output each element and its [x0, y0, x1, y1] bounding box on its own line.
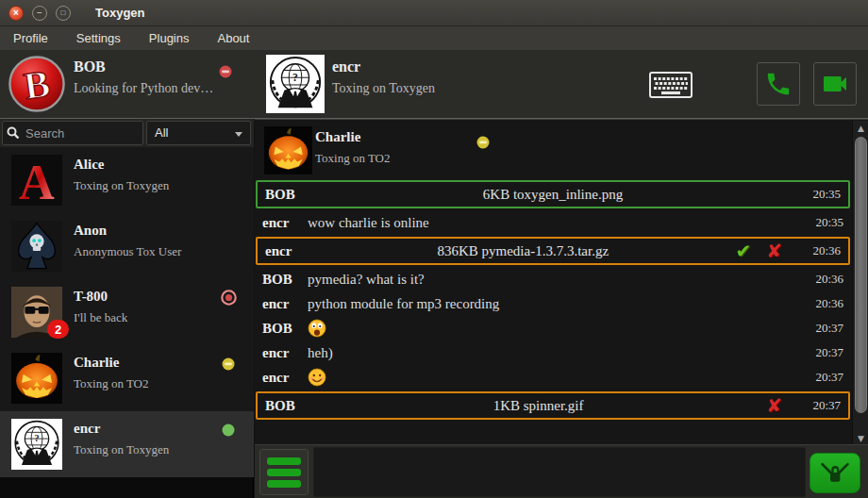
contact-item-charlie[interactable]: Charlie Toxing on TO2	[0, 345, 254, 411]
self-avatar[interactable]: B	[8, 55, 66, 113]
accept-file-icon[interactable]: ✔	[735, 241, 751, 260]
svg-text:?: ?	[34, 433, 39, 443]
attachments-menu-button[interactable]	[259, 449, 309, 495]
message-row: encr python module for mp3 recording 20:…	[255, 291, 851, 316]
contact-status-message: Toxing on TO2	[74, 376, 149, 391]
message-time: 20:37	[798, 345, 851, 360]
chat-peer-item[interactable]: Charlie Toxing on TO2	[257, 124, 849, 178]
keyboard-icon	[648, 71, 693, 99]
menu-about[interactable]: About	[208, 28, 259, 48]
contact-item-t800[interactable]: T-800 I'll be back 2	[0, 279, 254, 345]
message-time: 20:36	[798, 296, 851, 311]
message-text: pymedia? what is it?	[308, 272, 798, 288]
peer-avatar: ?	[266, 55, 325, 113]
menu-settings[interactable]: Settings	[67, 28, 130, 48]
file-transfer-row: encr 836KB pymedia-1.3.7.3.tar.gz ✔ ✘ 20…	[256, 237, 850, 265]
search-icon	[7, 126, 20, 140]
file-transfer-row: BOB 6KB toxygen_inline.png 20:35	[256, 180, 850, 208]
contact-status-message: Toxing on Toxygen	[74, 178, 169, 193]
cancel-file-icon[interactable]: ✘	[766, 396, 782, 415]
message-sender: encr	[258, 243, 310, 259]
sidebar: All A Alice Toxing on Toxygen	[0, 119, 254, 498]
svg-text:A: A	[19, 155, 55, 206]
video-call-button[interactable]	[813, 62, 857, 106]
alice-avatar: A	[11, 155, 62, 206]
status-busy-icon	[219, 65, 232, 78]
peer-name: encr	[332, 58, 360, 75]
message-sender: BOB	[255, 321, 308, 337]
message-row: BOB pymedia? what is it? 20:36	[255, 267, 851, 291]
message-sender: encr	[255, 370, 308, 386]
message-sender: encr	[255, 345, 308, 361]
status-online-icon	[222, 423, 235, 437]
chat-peer-status-message: Toxing on TO2	[315, 151, 391, 166]
composer-bar	[255, 444, 868, 498]
chevron-down-icon	[235, 132, 242, 137]
close-icon[interactable]: ×	[8, 6, 24, 21]
message-sender: BOB	[258, 398, 310, 414]
status-away-icon	[222, 357, 235, 371]
scroll-down-icon[interactable]: ▼	[853, 431, 868, 445]
maximize-icon[interactable]: □	[56, 6, 71, 21]
message-time: 20:37	[798, 321, 851, 336]
menu-plugins[interactable]: Plugins	[140, 28, 199, 48]
send-encrypted-icon	[818, 460, 852, 487]
peer-status-message: Toxing on Toxygen	[332, 81, 435, 96]
file-transfer-label: 6KB toxygen_inline.png	[310, 187, 795, 203]
contact-status-message: Toxing on Toxygen	[74, 442, 169, 457]
contact-name: Alice	[74, 157, 104, 173]
header: B BOB Looking for Python dev… ?	[0, 50, 868, 119]
shocked-face-emoji	[308, 319, 326, 338]
message-row: encr 20:37	[255, 365, 851, 390]
message-time: 20:37	[798, 370, 851, 385]
send-button[interactable]	[810, 453, 860, 493]
message-text: wow charlie is online	[308, 215, 798, 231]
message-time: 20:35	[795, 187, 848, 202]
decline-file-icon[interactable]: ✘	[766, 241, 782, 260]
message-sender: BOB	[258, 187, 310, 203]
message-scrollbar[interactable]: ▲ ▼	[852, 121, 868, 445]
toxygen-window: × − □ Toxygen Profile Settings Plugins A…	[0, 0, 868, 498]
file-transfer-label: 836KB pymedia-1.3.7.3.tar.gz	[310, 243, 735, 259]
message-time: 20:36	[795, 243, 848, 258]
phone-icon	[764, 70, 793, 98]
menu-icon	[267, 457, 301, 465]
search-input[interactable]	[25, 123, 141, 143]
smiling-face-emoji	[308, 368, 326, 387]
window-title: Toxygen	[95, 6, 145, 20]
message-input[interactable]	[313, 447, 806, 497]
message-text: python module for mp3 recording	[308, 296, 798, 312]
self-name: BOB	[74, 58, 106, 75]
contact-item-anon[interactable]: Anon Anonymous Tox User	[0, 213, 254, 279]
message-row: BOB 20:37	[255, 316, 851, 340]
scrollbar-thumb[interactable]	[855, 137, 867, 413]
minimize-icon[interactable]: −	[32, 6, 47, 21]
contact-name: Anon	[74, 223, 107, 239]
chat-peer-name: Charlie	[315, 129, 360, 145]
menu-profile[interactable]: Profile	[4, 28, 58, 48]
contact-filter-dropdown[interactable]: All	[146, 121, 251, 145]
audio-call-button[interactable]	[757, 62, 800, 106]
message-text: heh)	[308, 345, 798, 361]
encr-avatar: ?	[11, 419, 62, 470]
contact-item-alice[interactable]: A Alice Toxing on Toxygen	[0, 147, 254, 213]
active-chat-header: ? encr Toxing on Toxygen	[255, 50, 868, 118]
search-box	[2, 121, 143, 145]
message-time: 20:35	[798, 215, 851, 230]
charlie-avatar	[264, 126, 312, 174]
contact-list: A Alice Toxing on Toxygen Anon Anonymous…	[0, 147, 254, 498]
contact-item-encr[interactable]: ? encr Toxing on Toxygen	[0, 411, 254, 477]
status-busy-unread-icon	[221, 290, 237, 306]
filter-selected-value: All	[155, 125, 168, 140]
message-list: Charlie Toxing on TO2 BOB 6KB toxygen_in…	[255, 121, 851, 445]
message-sender: encr	[255, 296, 308, 312]
message-time: 20:36	[798, 272, 851, 287]
scroll-up-icon[interactable]: ▲	[853, 121, 868, 135]
message-time: 20:37	[795, 398, 848, 413]
contact-status-message: Anonymous Tox User	[74, 244, 181, 259]
unread-badge: 2	[47, 320, 69, 339]
message-sender: BOB	[255, 272, 308, 288]
titlebar: × − □ Toxygen	[0, 0, 868, 26]
message-sender: encr	[255, 215, 308, 231]
self-profile: B BOB Looking for Python dev…	[0, 50, 255, 118]
